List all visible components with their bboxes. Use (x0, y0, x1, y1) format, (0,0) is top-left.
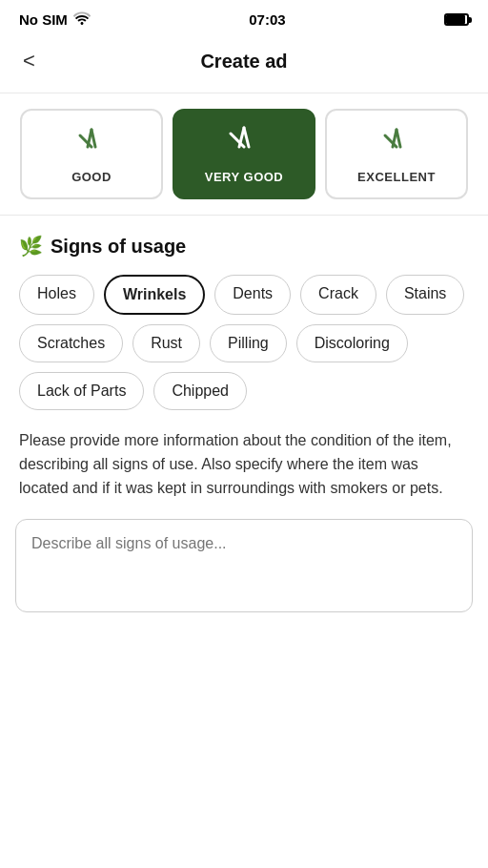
sparkle-very-good-icon (225, 126, 263, 160)
condition-section: GOOD VERY GOOD EXCELLENT (0, 93, 488, 215)
signs-section: 🌿 Signs of usage Holes Wrinkels Dents Cr… (0, 235, 488, 410)
condition-card-good[interactable]: GOOD (20, 109, 163, 199)
signs-textarea[interactable] (31, 535, 457, 592)
tag-pilling[interactable]: Pilling (210, 324, 287, 362)
carrier-text: No SIM (19, 11, 68, 28)
tag-wrinkels[interactable]: Wrinkels (104, 275, 205, 315)
condition-card-very-good[interactable]: VERY GOOD (173, 109, 315, 199)
tag-lack-of-parts[interactable]: Lack of Parts (19, 372, 144, 410)
wifi-icon (73, 11, 91, 28)
condition-very-good-label: VERY GOOD (205, 170, 284, 184)
signs-title: Signs of usage (51, 236, 186, 258)
condition-good-label: GOOD (71, 170, 112, 184)
page-header: < Create ad (0, 35, 488, 93)
sparkle-good-icon (72, 126, 111, 160)
tag-chipped[interactable]: Chipped (153, 372, 247, 410)
tag-discoloring[interactable]: Discoloring (296, 324, 408, 362)
plant-icon: 🌿 (19, 235, 43, 258)
section-divider (0, 215, 488, 216)
page-title: Create ad (200, 51, 287, 72)
condition-cards-container: GOOD VERY GOOD EXCELLENT (11, 109, 477, 199)
tag-scratches[interactable]: Scratches (19, 324, 123, 362)
tag-dents[interactable]: Dents (214, 275, 291, 315)
svg-line-4 (244, 128, 249, 147)
condition-excellent-label: EXCELLENT (357, 170, 436, 184)
tag-holes[interactable]: Holes (19, 275, 94, 315)
svg-line-7 (396, 130, 400, 147)
tag-rust[interactable]: Rust (132, 324, 200, 362)
description-text: Please provide more information about th… (0, 429, 488, 500)
status-time: 07:03 (249, 11, 285, 28)
condition-card-excellent[interactable]: EXCELLENT (325, 109, 468, 199)
tag-stains[interactable]: Stains (386, 275, 464, 315)
tag-crack[interactable]: Crack (300, 275, 376, 315)
status-left: No SIM (19, 11, 91, 28)
status-bar: No SIM 07:03 (0, 0, 488, 35)
back-button[interactable]: < (15, 45, 43, 77)
battery-icon (444, 13, 469, 26)
status-right (444, 13, 469, 26)
signs-tags-container: Holes Wrinkels Dents Crack Stains Scratc… (19, 275, 469, 410)
signs-header: 🌿 Signs of usage (19, 235, 469, 258)
svg-line-1 (92, 130, 95, 147)
sparkle-excellent-icon (377, 126, 416, 160)
textarea-container[interactable] (15, 519, 473, 612)
